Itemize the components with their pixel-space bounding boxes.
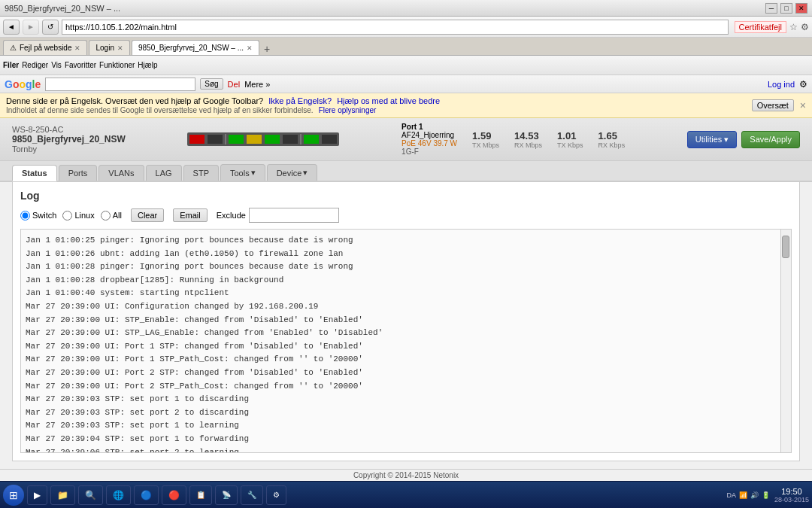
translate-button[interactable]: Oversæt bbox=[752, 99, 794, 111]
email-button[interactable]: Email bbox=[173, 208, 208, 222]
taskbar-app-1[interactable]: ▶ bbox=[27, 485, 47, 505]
tab-close-fehler[interactable]: ✕ bbox=[74, 44, 80, 52]
log-line-8: Mar 27 20:39:00 UI: Port 1 STP: changed … bbox=[26, 340, 786, 354]
tab-ports[interactable]: Ports bbox=[59, 165, 98, 181]
speed-label: 1G-F bbox=[401, 148, 457, 156]
scrollbar-thumb[interactable] bbox=[782, 236, 789, 258]
tab-icon-fehler: ⚠ bbox=[10, 44, 17, 52]
radio-switch[interactable] bbox=[20, 211, 30, 221]
log-line-10: Mar 27 20:39:00 UI: Port 2 STP: changed … bbox=[26, 367, 786, 380]
exclude-section: Exclude bbox=[217, 208, 339, 223]
login-link[interactable]: Log ind bbox=[768, 80, 795, 89]
address-bar[interactable] bbox=[62, 20, 729, 35]
taskbar-app-2[interactable]: 📁 bbox=[50, 485, 75, 505]
taskbar-app-3[interactable]: 🔍 bbox=[78, 485, 103, 505]
google-search-input[interactable] bbox=[45, 78, 195, 91]
cert-error-badge[interactable]: Certifikatfejl bbox=[735, 21, 786, 33]
forward-button[interactable]: ► bbox=[23, 20, 39, 35]
taskbar-app-5[interactable]: 🔵 bbox=[134, 485, 159, 505]
tab-lag[interactable]: LAG bbox=[146, 165, 182, 181]
taskbar-icon-8: 📡 bbox=[222, 491, 231, 499]
utilities-button[interactable]: Utilities ▾ bbox=[687, 131, 738, 148]
device-place: Tornby bbox=[12, 144, 126, 154]
tab-vlans[interactable]: VLANs bbox=[98, 165, 144, 181]
taskbar-app-9[interactable]: 🔧 bbox=[241, 485, 263, 505]
help-link[interactable]: Hjælp os med at blive bedre bbox=[337, 96, 440, 105]
taskbar-icon-6: 🔴 bbox=[168, 490, 180, 500]
title-bar: 9850_Bjergfyrvej_20_NSW – ... ─ □ ✕ bbox=[0, 0, 812, 17]
tab-tools[interactable]: Tools ▾ bbox=[220, 164, 265, 181]
maximize-button[interactable]: □ bbox=[780, 3, 792, 14]
radio-linux-label[interactable]: Linux bbox=[62, 211, 94, 221]
window-controls: ─ □ ✕ bbox=[765, 3, 807, 14]
mere-button[interactable]: Mere » bbox=[244, 80, 270, 89]
menu-vis[interactable]: Vis bbox=[51, 61, 62, 69]
taskbar-icon-5: 🔵 bbox=[141, 490, 152, 500]
google-logo: Google bbox=[5, 78, 41, 90]
back-button[interactable]: ◄ bbox=[3, 20, 20, 35]
taskbar-app-6[interactable]: 🔴 bbox=[162, 485, 186, 505]
refresh-button[interactable]: ↺ bbox=[42, 20, 59, 35]
search-button[interactable]: Søg bbox=[200, 78, 223, 90]
google-toolbar: Filer Rediger Vis Favoritter Funktioner … bbox=[3, 61, 809, 69]
content-area: WS-8-250-AC 9850_Bjergfyrvej_20_NSW Torn… bbox=[0, 118, 812, 481]
save-apply-button[interactable]: Save/Apply bbox=[741, 131, 800, 148]
taskbar-app-4[interactable]: 🌐 bbox=[106, 485, 131, 505]
exclude-input[interactable] bbox=[249, 208, 339, 223]
tab-close-device[interactable]: ✕ bbox=[247, 44, 253, 52]
menu-hjaelp[interactable]: Hjælp bbox=[138, 61, 157, 69]
action-buttons: Utilities ▾ Save/Apply bbox=[687, 131, 800, 148]
clear-button[interactable]: Clear bbox=[131, 208, 164, 222]
device-header: WS-8-250-AC 9850_Bjergfyrvej_20_NSW Torn… bbox=[0, 118, 812, 161]
tabs-bar: ⚠ Fejl på webside ✕ Login ✕ 9850_Bjergfy… bbox=[0, 38, 812, 56]
log-container[interactable]: Jan 1 01:00:25 pinger: Ignoring port bou… bbox=[20, 229, 792, 453]
close-button[interactable]: ✕ bbox=[795, 3, 807, 14]
taskbar-app-10[interactable]: ⚙ bbox=[266, 485, 286, 505]
not-english-link[interactable]: Ikke på Engelsk? bbox=[268, 96, 332, 105]
lang-indicator: DA bbox=[726, 491, 736, 499]
menu-rediger[interactable]: Rediger bbox=[22, 61, 48, 69]
port-1-indicator bbox=[189, 134, 205, 144]
tab-device[interactable]: Device ▾ bbox=[267, 164, 318, 181]
toolbar-settings-icon[interactable]: ⚙ bbox=[799, 79, 807, 90]
network-icon: 📶 bbox=[739, 491, 747, 499]
radio-linux[interactable] bbox=[62, 211, 72, 221]
menu-filer[interactable]: Filer bbox=[3, 61, 19, 69]
tab-close-login[interactable]: ✕ bbox=[117, 44, 123, 52]
tx-mbps-block: 1.59 TX Mbps bbox=[472, 130, 499, 149]
scrollbar-track[interactable] bbox=[780, 230, 791, 452]
port-4-indicator bbox=[246, 134, 262, 144]
radio-all-label[interactable]: All bbox=[101, 211, 122, 221]
del-button[interactable]: Del bbox=[228, 80, 241, 89]
radio-all[interactable] bbox=[101, 211, 111, 221]
port-diagram bbox=[187, 132, 339, 146]
taskbar-app-7[interactable]: 📋 bbox=[189, 485, 212, 505]
tab-stp[interactable]: STP bbox=[183, 165, 219, 181]
tab-device[interactable]: 9850_Bjergfyrvej_20_NSW – ... ✕ bbox=[132, 40, 259, 55]
more-options-link[interactable]: Flere oplysninger bbox=[319, 106, 377, 114]
rx-kbps-label: RX Kbps bbox=[598, 141, 626, 149]
minimize-button[interactable]: ─ bbox=[765, 3, 777, 14]
tab-navigation: Status Ports VLANs LAG STP Tools ▾ Devic… bbox=[0, 161, 812, 182]
device-location: 9850_Bjergfyrvej_20_NSW bbox=[12, 134, 126, 144]
star-icon[interactable]: ☆ bbox=[789, 22, 798, 32]
log-line-1: Jan 1 01:00:26 ubnt: adding lan (eth0.10… bbox=[26, 248, 786, 261]
stats-panel: Port 1 AF24_Hjoerring PoE 46V 39.7 W 1G-… bbox=[401, 123, 625, 156]
tab-fehler[interactable]: ⚠ Fejl på webside ✕ bbox=[3, 40, 87, 55]
taskbar-icon-1: ▶ bbox=[34, 490, 41, 500]
log-line-12: Mar 27 20:39:03 STP: set port 1 to disca… bbox=[26, 393, 786, 406]
rx-kbps-value: 1.65 bbox=[598, 130, 626, 141]
start-button[interactable]: ⊞ bbox=[3, 485, 24, 506]
main-panel: Log Switch Linux All bbox=[12, 182, 800, 461]
radio-switch-label[interactable]: Switch bbox=[20, 211, 56, 221]
tab-status[interactable]: Status bbox=[12, 165, 57, 181]
port-label: AF24_Hjoerring bbox=[401, 131, 457, 139]
tools-icon[interactable]: ⚙ bbox=[801, 22, 809, 32]
new-tab-button[interactable]: + bbox=[264, 43, 270, 55]
translate-close-button[interactable]: × bbox=[800, 99, 806, 111]
taskbar-app-8[interactable]: 📡 bbox=[215, 485, 238, 505]
port-5-indicator bbox=[264, 134, 280, 144]
tab-login[interactable]: Login ✕ bbox=[89, 40, 129, 55]
menu-favoritter[interactable]: Favoritter bbox=[65, 61, 96, 69]
menu-funktioner[interactable]: Funktioner bbox=[99, 61, 135, 69]
